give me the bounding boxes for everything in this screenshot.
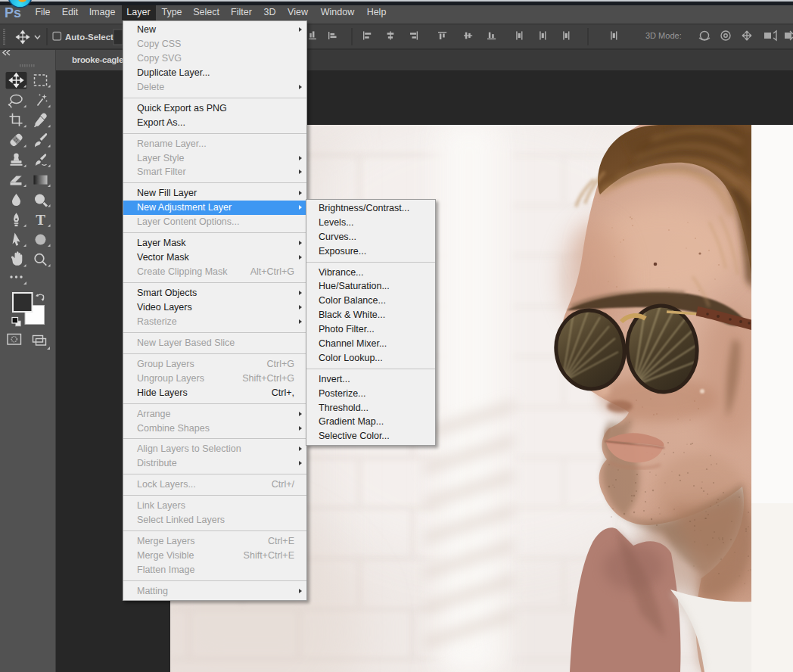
svg-text:Auto-Select:: Auto-Select: [65,33,117,42]
svg-text:T: T [36,212,45,228]
svg-text:Ps: Ps [5,5,21,20]
svg-text:3D Mode:: 3D Mode: [645,31,682,40]
